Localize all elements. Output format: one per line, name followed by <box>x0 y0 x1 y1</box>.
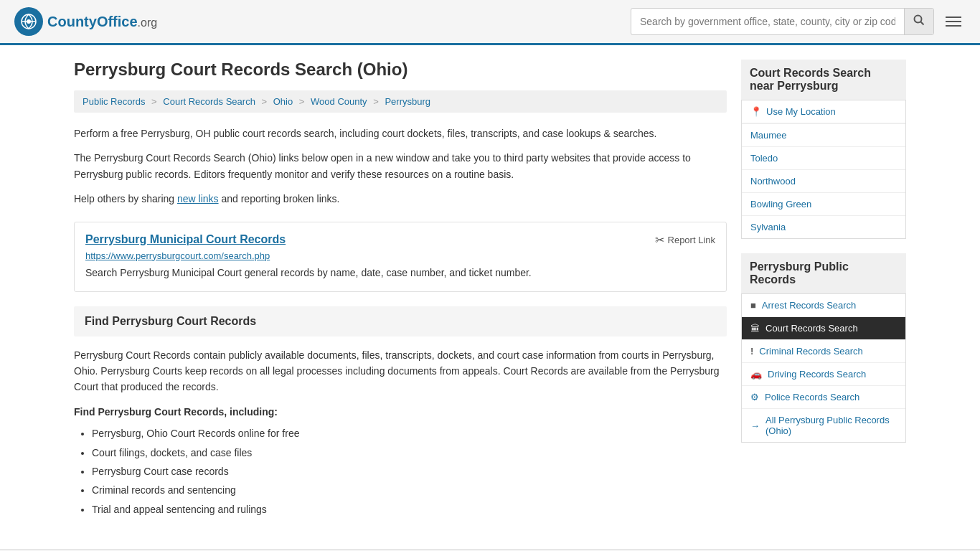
find-list: Perrysburg, Ohio Court Records online fo… <box>74 425 727 517</box>
sidebar-item-criminal-records: ! Criminal Records Search <box>742 340 905 363</box>
intro-paragraph-1: Perform a free Perrysburg, OH public cou… <box>74 126 727 141</box>
sylvania-link[interactable]: Sylvania <box>742 216 905 238</box>
driving-icon: 🚗 <box>750 369 762 380</box>
list-item: Trial and appeal sentencing and rulings <box>92 501 727 517</box>
driving-records-link[interactable]: 🚗 Driving Records Search <box>742 363 905 385</box>
page-title: Perrysburg Court Records Search (Ohio) <box>74 60 727 80</box>
find-section-content: Perrysburg Court Records contain publicl… <box>74 336 727 518</box>
location-icon: 📍 <box>750 106 762 117</box>
bowling-green-link[interactable]: Bowling Green <box>742 193 905 215</box>
main-container: Perrysburg Court Records Search (Ohio) P… <box>60 45 920 534</box>
scissors-icon: ✂ <box>655 233 664 247</box>
list-item: Perrysburg, Ohio Court Records online fo… <box>92 425 727 441</box>
use-my-location-link[interactable]: 📍 Use My Location <box>742 100 905 123</box>
sidebar-item-police-records: ⚙ Police Records Search <box>742 386 905 409</box>
breadcrumb-wood-county[interactable]: Wood County <box>311 96 367 107</box>
sidebar-item-maumee: Maumee <box>742 124 905 147</box>
main-content: Perrysburg Court Records Search (Ohio) P… <box>74 60 727 520</box>
list-item: Perrysburg Court case records <box>92 463 727 479</box>
sidebar-near-section: Court Records Search near Perrysburg 📍 U… <box>741 60 906 239</box>
link-section: Perrysburg Municipal Court Records ✂ Rep… <box>74 222 727 292</box>
report-link[interactable]: ✂ Report Link <box>655 233 715 247</box>
new-links-link[interactable]: new links <box>177 193 219 204</box>
police-records-link[interactable]: ⚙ Police Records Search <box>742 386 905 408</box>
breadcrumb-perrysburg[interactable]: Perrysburg <box>385 96 430 107</box>
sidebar-item-driving-records: 🚗 Driving Records Search <box>742 363 905 386</box>
northwood-link[interactable]: Northwood <box>742 170 905 192</box>
link-url[interactable]: https://www.perrysburgcourt.com/search.p… <box>85 250 715 261</box>
criminal-icon: ! <box>750 346 753 357</box>
breadcrumb: Public Records > Court Records Search > … <box>74 90 727 113</box>
svg-line-4 <box>921 22 924 25</box>
criminal-records-link[interactable]: ! Criminal Records Search <box>742 340 905 362</box>
logo-text: CountyOffice.org <box>47 14 157 30</box>
breadcrumb-court-records-search[interactable]: Court Records Search <box>163 96 255 107</box>
sidebar-public-records-heading: Perrysburg Public Records <box>741 253 906 294</box>
sidebar-near-list: 📍 Use My Location Maumee Toledo <box>741 100 906 239</box>
sidebar-public-records-section: Perrysburg Public Records ■ Arrest Recor… <box>741 253 906 443</box>
intro-paragraph-3: Help others by sharing new links and rep… <box>74 191 727 207</box>
svg-point-3 <box>915 16 922 23</box>
arrest-records-link[interactable]: ■ Arrest Records Search <box>742 294 905 316</box>
court-icon: 🏛 <box>750 323 760 334</box>
police-icon: ⚙ <box>750 392 759 402</box>
sidebar-near-heading: Court Records Search near Perrysburg <box>741 60 906 100</box>
sidebar-public-records-list: ■ Arrest Records Search 🏛 Court Records … <box>741 294 906 443</box>
sidebar-item-bowling-green: Bowling Green <box>742 193 905 216</box>
hamburger-menu-button[interactable] <box>941 12 966 31</box>
find-subheading: Find Perrysburg Court Records, including… <box>74 404 727 420</box>
maumee-link[interactable]: Maumee <box>742 124 905 146</box>
find-section-header: Find Perrysburg Court Records <box>74 306 727 336</box>
toledo-link[interactable]: Toledo <box>742 147 905 169</box>
list-item: Court filings, dockets, and case files <box>92 445 727 461</box>
sidebar-item-northwood: Northwood <box>742 170 905 193</box>
logo-icon <box>14 7 43 36</box>
sidebar-item-use-location: 📍 Use My Location <box>742 100 905 124</box>
search-bar <box>631 8 934 35</box>
sidebar-item-arrest-records: ■ Arrest Records Search <box>742 294 905 317</box>
site-header: CountyOffice.org <box>0 0 980 45</box>
svg-point-2 <box>27 19 31 24</box>
breadcrumb-public-records[interactable]: Public Records <box>83 96 145 107</box>
list-item: Criminal records and sentencing <box>92 482 727 498</box>
arrow-icon: → <box>750 420 760 431</box>
find-paragraph: Perrysburg Court Records contain publicl… <box>74 347 727 395</box>
sidebar-item-court-records: 🏛 Court Records Search <box>742 317 905 340</box>
sidebar-item-all-records: → All Perrysburg Public Records (Ohio) <box>742 409 905 442</box>
all-records-link[interactable]: → All Perrysburg Public Records (Ohio) <box>742 409 905 442</box>
court-records-link[interactable]: 🏛 Court Records Search <box>742 317 905 339</box>
search-input[interactable] <box>631 10 904 33</box>
arrest-icon: ■ <box>750 300 756 311</box>
logo-area: CountyOffice.org <box>14 7 157 36</box>
intro-paragraph-2: The Perrysburg Court Records Search (Ohi… <box>74 150 727 182</box>
municipal-court-link[interactable]: Perrysburg Municipal Court Records <box>85 233 286 246</box>
sidebar-item-sylvania: Sylvania <box>742 216 905 238</box>
breadcrumb-ohio[interactable]: Ohio <box>273 96 293 107</box>
link-description: Search Perrysburg Municipal Court genera… <box>85 265 715 281</box>
find-section-title: Find Perrysburg Court Records <box>85 315 716 328</box>
sidebar-item-toledo: Toledo <box>742 147 905 170</box>
sidebar: Court Records Search near Perrysburg 📍 U… <box>741 60 906 520</box>
header-right <box>631 8 966 35</box>
search-button[interactable] <box>904 9 933 34</box>
